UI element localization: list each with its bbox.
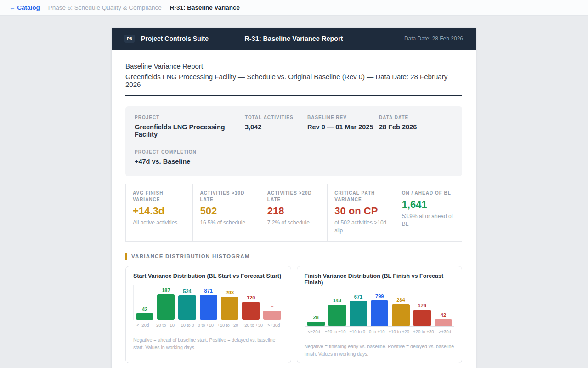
bar-value-label: 143 xyxy=(333,298,341,303)
bar-value-label: 524 xyxy=(183,289,191,294)
bar-slot: 671 xyxy=(350,294,367,326)
x-axis-label: +10 to +20 xyxy=(389,329,409,334)
bar-value-label: 42 xyxy=(441,313,446,318)
breadcrumb-current: R-31: Baseline Variance xyxy=(170,4,240,11)
histogram-bar xyxy=(178,295,196,320)
kpi-label: ON / AHEAD OF BL xyxy=(402,190,455,196)
bar-slot: 799 xyxy=(371,294,388,326)
info-label: DATA DATE xyxy=(379,115,453,120)
x-axis-label: <−20d xyxy=(136,322,150,328)
bar-value-label: 799 xyxy=(375,294,384,299)
x-axis-labels: <−20d−20 to −10−10 to 00 to +10+10 to +2… xyxy=(133,322,283,328)
report-container: R-31: Baseline Variance Report P6 Projec… xyxy=(112,28,476,368)
histogram-bar xyxy=(242,302,260,320)
histogram-bar xyxy=(200,295,217,320)
kpi-critical-path-variance: CRITICAL PATH VARIANCE 30 on CP of 502 a… xyxy=(327,184,394,241)
info-value: +47d vs. Baseline xyxy=(135,158,453,165)
kpi-value: 30 on CP xyxy=(334,205,387,217)
bar-slot: 42 xyxy=(136,307,153,320)
bar-value-label: 284 xyxy=(396,298,405,303)
info-label: TOTAL ACTIVITIES xyxy=(245,115,307,120)
kpi-value: 218 xyxy=(267,205,320,217)
chart-title: Start Variance Distribution (BL Start vs… xyxy=(133,273,283,279)
bar-slot: 284 xyxy=(392,298,409,326)
bar-value-label: 42 xyxy=(142,307,147,312)
histogram-section-header: VARIANCE DISTRIBUTION HISTOGRAM xyxy=(125,253,462,260)
info-field-data-date: DATA DATE 28 Feb 2026 xyxy=(379,115,453,138)
info-value: Rev 0 — 01 Mar 2025 xyxy=(307,123,379,131)
x-axis-label: −10 to 0 xyxy=(349,329,365,334)
histogram-bar xyxy=(350,301,367,326)
info-label: PROJECT COMPLETION xyxy=(135,150,453,155)
charts-row: Start Variance Distribution (BL Start vs… xyxy=(125,266,462,364)
report-title-line: Baseline Variance Report xyxy=(125,62,462,70)
breadcrumb-phase: Phase 6: Schedule Quality & Compliance xyxy=(48,4,162,11)
kpi-value: 1,641 xyxy=(402,199,455,211)
kpi-subtext: 53.9% at or ahead of BL xyxy=(402,213,455,228)
kpi-on-ahead-of-bl: ON / AHEAD OF BL 1,641 53.9% at or ahead… xyxy=(395,184,462,241)
kpi-activities-20d-late: ACTIVITIES >20D LATE 218 7.2% of schedul… xyxy=(260,184,327,241)
kpi-value: +14.3d xyxy=(133,205,186,217)
kpi-activities-10d-late: ACTIVITIES >10D LATE 502 16.5% of schedu… xyxy=(192,184,260,241)
kpi-strip: AVG FINISH VARIANCE +14.3d All active ac… xyxy=(125,184,462,242)
chart-footnote: Negative = ahead of baseline start. Posi… xyxy=(133,333,283,352)
bar-slot: 143 xyxy=(328,298,346,326)
x-axis-label: <−20d xyxy=(307,329,321,334)
report-subtitle-line: Greenfields LNG Processing Facility — Sc… xyxy=(125,73,462,88)
chart-footnote: Negative = finishing early vs. baseline.… xyxy=(305,339,455,358)
histogram-bar xyxy=(371,300,388,326)
kpi-avg-finish-variance: AVG FINISH VARIANCE +14.3d All active ac… xyxy=(126,184,192,241)
bar-value-label: 671 xyxy=(354,294,362,299)
bar-slot: 120 xyxy=(242,295,260,320)
bar-slot: 871 xyxy=(200,288,217,320)
section-title: VARIANCE DISTRIBUTION HISTOGRAM xyxy=(131,253,250,259)
x-axis-label: 0 to +10 xyxy=(198,322,214,328)
info-label: PROJECT xyxy=(135,115,245,120)
histogram-bar xyxy=(263,310,281,320)
x-axis-label: +20 to +30 xyxy=(413,329,434,334)
histogram-bar xyxy=(435,319,452,326)
x-axis-label: −20 to −10 xyxy=(153,322,174,328)
kpi-label: CRITICAL PATH VARIANCE xyxy=(334,190,387,203)
bar-value-label: 298 xyxy=(226,290,234,295)
kpi-label: ACTIVITIES >10D LATE xyxy=(200,190,253,203)
top-nav-bar: ← Catalog Phase 6: Schedule Quality & Co… xyxy=(0,0,588,16)
x-axis-label: >+30d xyxy=(266,322,281,328)
bar-slot: 187 xyxy=(157,288,175,320)
x-axis-label: +10 to +20 xyxy=(217,322,238,328)
x-axis-label: +20 to +30 xyxy=(242,322,263,328)
info-field-project-completion: PROJECT COMPLETION +47d vs. Baseline xyxy=(135,150,453,165)
bar-value-label: – xyxy=(271,304,273,309)
info-value: Greenfields LNG Processing Facility xyxy=(135,123,245,138)
bar-slot: 28 xyxy=(307,315,325,326)
kpi-subtext: 7.2% of schedule xyxy=(267,219,320,227)
histogram-bar xyxy=(392,304,409,326)
bar-slot: 42 xyxy=(435,313,452,326)
x-axis-label: >+30d xyxy=(438,329,452,334)
kpi-label: ACTIVITIES >20D LATE xyxy=(267,190,320,203)
plot-area: 2814367179928417642 xyxy=(305,292,455,327)
x-axis-label: −10 to 0 xyxy=(178,322,194,328)
info-field-total-activities: TOTAL ACTIVITIES 3,042 xyxy=(245,115,307,138)
histogram-bar xyxy=(413,310,431,326)
histogram-bar xyxy=(307,322,325,326)
histogram-bar xyxy=(136,313,153,320)
bar-value-label: 871 xyxy=(204,288,213,293)
bar-value-label: 187 xyxy=(162,288,170,293)
finish-variance-chart-card: Finish Variance Distribution (BL Finish … xyxy=(297,266,463,364)
bar-value-label: 120 xyxy=(247,295,255,300)
bar-slot: 524 xyxy=(178,289,196,320)
plot-area: 42187524871298120– xyxy=(133,285,283,320)
catalog-back-link[interactable]: ← Catalog xyxy=(9,4,40,11)
info-field-project: PROJECT Greenfields LNG Processing Facil… xyxy=(135,115,245,138)
bar-slot: 176 xyxy=(413,303,431,326)
histogram-bar xyxy=(157,294,175,320)
kpi-subtext: of 502 activities >10d slip xyxy=(334,219,387,235)
chart-title: Finish Variance Distribution (BL Finish … xyxy=(305,273,455,286)
title-divider xyxy=(125,95,462,96)
header-data-date: Data Date: 28 Feb 2026 xyxy=(404,35,463,42)
info-field-baseline-rev: BASELINE REV Rev 0 — 01 Mar 2025 xyxy=(307,115,379,138)
report-header: R-31: Baseline Variance Report P6 Projec… xyxy=(112,28,476,50)
project-info-panel: PROJECT Greenfields LNG Processing Facil… xyxy=(125,106,462,176)
report-intro: Baseline Variance Report Greenfields LNG… xyxy=(125,50,462,88)
